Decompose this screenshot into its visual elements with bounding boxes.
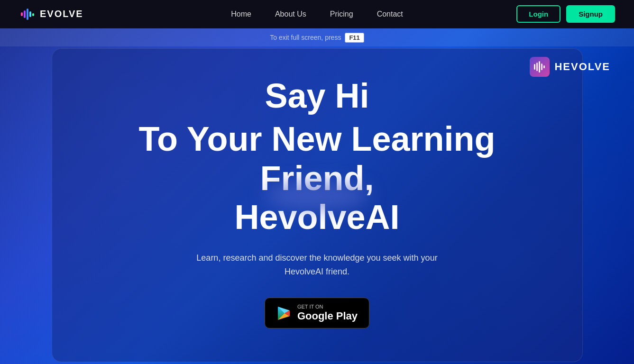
main-nav: Home About Us Pricing Contact — [231, 10, 403, 18]
svg-rect-3 — [27, 9, 28, 20]
login-button[interactable]: Login — [516, 5, 560, 23]
watermark-icon — [530, 57, 550, 77]
hevolve-watermark: HEVOLVE — [530, 57, 610, 77]
f11-badge: F11 — [345, 33, 364, 43]
svg-rect-8 — [539, 61, 540, 73]
fullscreen-bar: To exit full screen, press F11 — [0, 28, 634, 46]
fullscreen-text: To exit full screen, press — [270, 34, 341, 41]
logo-icon — [19, 6, 36, 23]
svg-rect-6 — [534, 64, 535, 70]
nav-about[interactable]: About Us — [275, 10, 306, 18]
nav-home[interactable]: Home — [231, 10, 251, 18]
navbar-actions: Login Signup — [516, 5, 615, 23]
svg-rect-9 — [541, 64, 542, 70]
svg-rect-4 — [29, 11, 31, 17]
nav-contact[interactable]: Contact — [377, 10, 403, 18]
signup-button[interactable]: Signup — [566, 5, 615, 23]
svg-rect-1 — [21, 12, 23, 16]
google-play-button[interactable]: GET IT ON Google Play — [265, 298, 369, 329]
hero-title-line2: To Your New Learning Friend, — [90, 119, 544, 198]
hero-card: Say Hi To Your New Learning Friend, Hevo… — [52, 48, 583, 363]
google-play-bottom-text: Google Play — [297, 310, 358, 322]
svg-rect-7 — [536, 63, 538, 71]
hero-section: HEVOLVE Say Hi To Your New Learning Frie… — [0, 0, 634, 364]
watermark-logo-icon — [533, 60, 546, 73]
hero-title-line1: Say Hi — [90, 77, 544, 115]
nav-pricing[interactable]: Pricing — [330, 10, 353, 18]
svg-rect-5 — [32, 13, 34, 16]
watermark-text: HEVOLVE — [554, 61, 610, 73]
svg-rect-10 — [543, 65, 545, 68]
hero-subtitle: Learn, research and discover the knowled… — [90, 251, 544, 279]
google-play-text: GET IT ON Google Play — [297, 304, 358, 323]
hero-title-line3: HevolveAI — [90, 198, 544, 237]
logo-text: EVOLVE — [40, 9, 83, 19]
logo[interactable]: EVOLVE — [19, 6, 83, 23]
svg-rect-2 — [24, 10, 26, 18]
navbar: EVOLVE Home About Us Pricing Contact Log… — [0, 0, 634, 28]
google-play-top-text: GET IT ON — [297, 304, 358, 310]
google-play-icon — [276, 306, 292, 321]
